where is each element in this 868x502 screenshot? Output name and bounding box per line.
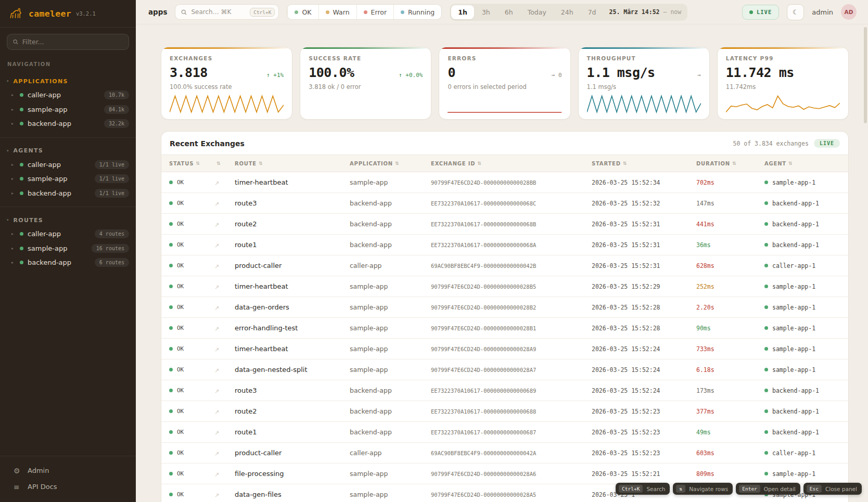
open-exchange-icon[interactable]: ↗ bbox=[214, 367, 219, 374]
agents-section-header[interactable]: ▾ AGENTS bbox=[0, 144, 136, 158]
sidebar-item[interactable]: ▸ caller-app 1/1 live bbox=[0, 158, 136, 172]
chevron-right-icon[interactable]: ▸ bbox=[11, 162, 16, 167]
open-exchange-icon[interactable]: ↗ bbox=[214, 346, 219, 353]
global-search[interactable]: Ctrl+K bbox=[175, 4, 279, 20]
open-exchange-icon[interactable]: ↗ bbox=[214, 242, 219, 249]
status-filter-chip[interactable]: Warn bbox=[318, 5, 356, 19]
table-row[interactable]: OK ↗ route2 backend-app EE7322370A10617-… bbox=[161, 401, 848, 422]
chevron-right-icon[interactable]: ▸ bbox=[11, 121, 16, 126]
open-exchange-icon[interactable]: ↗ bbox=[214, 492, 219, 499]
route-name[interactable]: route3 bbox=[235, 387, 350, 394]
column-header[interactable]: STATUS ⇅ bbox=[169, 161, 214, 166]
chevron-right-icon[interactable]: ▸ bbox=[11, 176, 16, 181]
chevron-right-icon[interactable]: ▸ bbox=[11, 107, 16, 112]
column-header[interactable]: ⇅ bbox=[214, 161, 235, 166]
time-range-chip[interactable]: Today bbox=[521, 5, 553, 19]
table-row[interactable]: OK ↗ data-gen-orders sample-app 90799F47… bbox=[161, 297, 848, 318]
route-name[interactable]: product-caller bbox=[235, 449, 350, 457]
brand[interactable]: cameleer v3.2.1 bbox=[0, 0, 136, 28]
table-row[interactable]: OK ↗ error-handling-test sample-app 9079… bbox=[161, 318, 848, 339]
filter-input[interactable] bbox=[22, 38, 123, 46]
route-name[interactable]: route1 bbox=[235, 241, 350, 249]
sidebar-item[interactable]: ▸ sample-app 16 routes bbox=[0, 241, 136, 256]
table-row[interactable]: OK ↗ file-processing sample-app 90799F47… bbox=[161, 464, 848, 484]
chevron-right-icon[interactable]: ▸ bbox=[11, 246, 16, 251]
open-exchange-icon[interactable]: ↗ bbox=[214, 409, 219, 416]
time-range-chip[interactable]: 3h bbox=[475, 5, 497, 19]
open-exchange-icon[interactable]: ↗ bbox=[214, 450, 219, 457]
sort-icon[interactable]: ⇅ bbox=[788, 161, 793, 166]
sort-icon[interactable]: ⇅ bbox=[216, 161, 221, 166]
table-row[interactable]: OK ↗ timer-heartbeat sample-app 90799F47… bbox=[161, 172, 848, 193]
open-exchange-icon[interactable]: ↗ bbox=[214, 326, 219, 332]
route-name[interactable]: file-processing bbox=[235, 470, 350, 478]
table-row[interactable]: OK ↗ route1 backend-app EE7322370A10617-… bbox=[161, 422, 848, 443]
table-row[interactable]: OK ↗ route1 backend-app EE7322370A10617-… bbox=[161, 235, 848, 255]
time-range-chip[interactable]: 6h bbox=[498, 5, 520, 19]
search-input[interactable] bbox=[191, 8, 246, 16]
column-header[interactable]: ROUTE ⇅ bbox=[235, 161, 350, 166]
table-row[interactable]: OK ↗ timer-heartbeat sample-app 90799F47… bbox=[161, 276, 848, 297]
route-name[interactable]: timer-heartbeat bbox=[235, 282, 350, 290]
sort-icon[interactable]: ⇅ bbox=[623, 161, 627, 166]
route-name[interactable]: route2 bbox=[235, 407, 350, 415]
open-exchange-icon[interactable]: ↗ bbox=[214, 284, 219, 291]
column-header[interactable]: STARTED ⇅ bbox=[592, 161, 696, 166]
table-row[interactable]: OK ↗ product-caller caller-app 69AC90BF8… bbox=[161, 255, 848, 276]
table-row[interactable]: OK ↗ route3 backend-app EE7322370A10617-… bbox=[161, 193, 848, 214]
chevron-right-icon[interactable]: ▸ bbox=[11, 231, 16, 236]
chevron-right-icon[interactable]: ▸ bbox=[11, 93, 16, 97]
time-range-chip[interactable]: 24h bbox=[554, 5, 580, 19]
table-row[interactable]: OK ↗ route3 backend-app EE7322370A10617-… bbox=[161, 380, 848, 401]
chevron-right-icon[interactable]: ▸ bbox=[11, 191, 16, 196]
api-docs-link[interactable]: ≡ API Docs bbox=[0, 479, 136, 495]
open-exchange-icon[interactable]: ↗ bbox=[214, 305, 219, 312]
route-name[interactable]: data-gen-files bbox=[235, 491, 350, 498]
chevron-down-icon[interactable]: ▾ bbox=[7, 218, 9, 222]
column-header[interactable]: APPLICATION ⇅ bbox=[350, 161, 431, 166]
route-name[interactable]: timer-heartbeat bbox=[235, 178, 350, 186]
applications-section-header[interactable]: ▾ APPLICATIONS bbox=[0, 74, 136, 88]
sidebar-item[interactable]: ▸ caller-app 4 routes bbox=[0, 227, 136, 241]
table-row[interactable]: OK ↗ data-gen-nested-split sample-app 90… bbox=[161, 359, 848, 380]
user-name[interactable]: admin bbox=[812, 8, 833, 16]
chevron-down-icon[interactable]: ▾ bbox=[7, 149, 9, 153]
sort-icon[interactable]: ⇅ bbox=[259, 161, 263, 166]
route-name[interactable]: route1 bbox=[235, 428, 350, 436]
sidebar-item[interactable]: ▸ backend-app 6 routes bbox=[0, 255, 136, 270]
status-filter-chip[interactable]: Error bbox=[356, 5, 393, 19]
sort-icon[interactable]: ⇅ bbox=[477, 161, 481, 166]
column-header[interactable]: AGENT ⇅ bbox=[764, 161, 848, 166]
open-exchange-icon[interactable]: ↗ bbox=[214, 263, 219, 270]
admin-link[interactable]: ⚙ Admin bbox=[0, 462, 136, 479]
chevron-down-icon[interactable]: ▾ bbox=[7, 79, 9, 83]
open-exchange-icon[interactable]: ↗ bbox=[214, 430, 219, 436]
sidebar-item[interactable]: ▸ sample-app 1/1 live bbox=[0, 172, 136, 186]
route-name[interactable]: data-gen-orders bbox=[235, 303, 350, 311]
status-filter-chip[interactable]: Running bbox=[393, 5, 441, 19]
column-header[interactable]: EXCHANGE ID ⇅ bbox=[431, 161, 592, 166]
sidebar-item[interactable]: ▸ caller-app 10.7k bbox=[0, 88, 136, 102]
route-name[interactable]: product-caller bbox=[235, 262, 350, 269]
route-name[interactable]: error-handling-test bbox=[235, 324, 350, 332]
open-exchange-icon[interactable]: ↗ bbox=[214, 388, 219, 395]
open-exchange-icon[interactable]: ↗ bbox=[214, 180, 219, 187]
route-name[interactable]: route2 bbox=[235, 220, 350, 228]
open-exchange-icon[interactable]: ↗ bbox=[214, 222, 219, 228]
sort-icon[interactable]: ⇅ bbox=[395, 161, 399, 166]
live-toggle-button[interactable]: LIVE bbox=[742, 5, 779, 20]
sidebar-item[interactable]: ▸ backend-app 1/1 live bbox=[0, 186, 136, 201]
open-exchange-icon[interactable]: ↗ bbox=[214, 201, 219, 208]
sidebar-item[interactable]: ▸ backend-app 32.2k bbox=[0, 117, 136, 131]
avatar[interactable]: AD bbox=[841, 4, 857, 20]
route-name[interactable]: timer-heartbeat bbox=[235, 345, 350, 353]
sort-icon[interactable]: ⇅ bbox=[732, 161, 736, 166]
status-filter-chip[interactable]: OK bbox=[287, 5, 318, 19]
open-exchange-icon[interactable]: ↗ bbox=[214, 471, 219, 478]
sidebar-filter[interactable] bbox=[7, 34, 129, 50]
scrollbar-thumb[interactable] bbox=[864, 27, 867, 123]
sidebar-item[interactable]: ▸ sample-app 84.1k bbox=[0, 102, 136, 117]
table-row[interactable]: OK ↗ route2 backend-app EE7322370A10617-… bbox=[161, 214, 848, 235]
table-row[interactable]: OK ↗ timer-heartbeat sample-app 90799F47… bbox=[161, 339, 848, 359]
column-header[interactable]: DURATION ⇅ bbox=[696, 161, 764, 166]
